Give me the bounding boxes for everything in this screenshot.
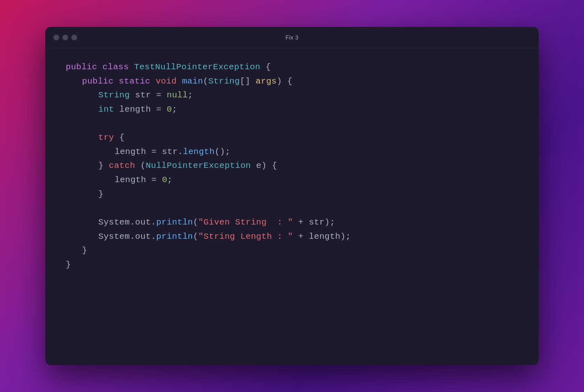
class-name: TestNullPointerException <box>134 62 261 72</box>
titlebar: Fix 3 <box>45 27 539 48</box>
window-title: Fix 3 <box>285 34 299 41</box>
code-line-12: System.out.println("Given String : " + s… <box>66 216 518 230</box>
code-line-2: public static void main(String[] args) { <box>66 75 518 89</box>
close-button[interactable] <box>53 35 59 40</box>
code-block: public class TestNullPointerException { … <box>66 60 518 272</box>
empty-line-2 <box>66 201 518 216</box>
code-area: public class TestNullPointerException { … <box>45 48 539 365</box>
maximize-button[interactable] <box>71 35 77 40</box>
code-line-7: length = str.length(); <box>66 145 518 159</box>
code-line-8: } catch (NullPointerException e) { <box>66 159 518 173</box>
code-window: Fix 3 public class TestNullPointerExcept… <box>45 27 539 365</box>
code-line-1: public class TestNullPointerException { <box>66 60 518 75</box>
code-line-6: try { <box>66 131 518 145</box>
code-line-13: System.out.println("String Length : " + … <box>66 230 518 244</box>
traffic-lights <box>53 35 77 40</box>
empty-line-1 <box>66 117 518 131</box>
code-line-3: String str = null; <box>66 88 518 103</box>
code-line-14: } <box>66 244 518 258</box>
code-line-9: length = 0; <box>66 173 518 187</box>
keyword-public: public <box>66 62 97 72</box>
minimize-button[interactable] <box>62 35 68 40</box>
keyword-class: class <box>102 62 129 72</box>
code-line-10: } <box>66 187 518 202</box>
code-line-15: } <box>66 258 518 272</box>
code-line-4: int length = 0; <box>66 103 518 117</box>
